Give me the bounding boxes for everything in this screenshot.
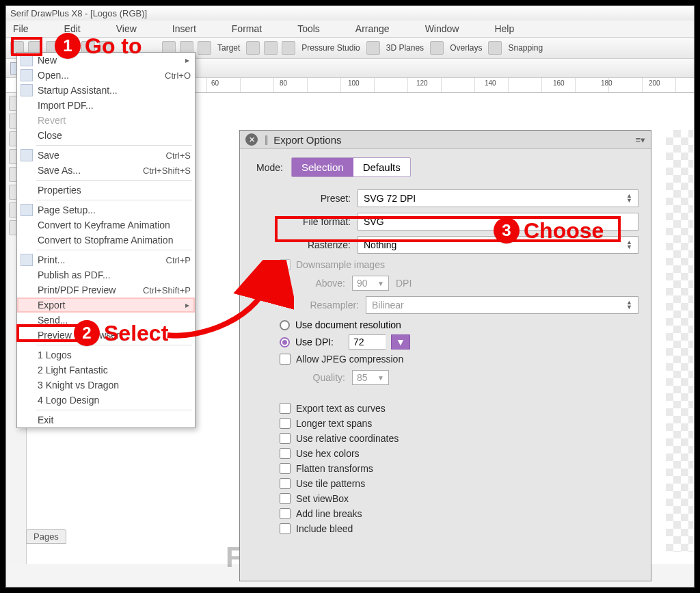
menu-item-label: Send... (38, 315, 68, 326)
quality-label: Quality: (304, 372, 345, 383)
ruler-tick: 120 (416, 79, 428, 87)
file-menu-item[interactable]: SaveCtrl+S (17, 148, 195, 163)
file-menu-item[interactable]: Import PDF... (17, 98, 195, 113)
menu-tools[interactable]: Tools (273, 22, 325, 36)
toolbar-snapping[interactable]: Snapping (506, 43, 545, 53)
annotation-arrow (157, 260, 294, 356)
menu-format[interactable]: Format (207, 22, 267, 36)
mode-selection[interactable]: Selection (292, 158, 353, 176)
file-menu-item[interactable]: Convert to Keyframe Animation (17, 218, 195, 233)
dpi-dropdown[interactable]: ▼ (391, 334, 410, 350)
dialog-titlebar[interactable]: ✕ || Export Options ≡▾ (240, 131, 651, 149)
annotation-1: 1 Go to (55, 33, 142, 59)
menu-arrange[interactable]: Arrange (331, 22, 395, 36)
flatten-checkbox[interactable]: Flatten transforms (280, 463, 638, 474)
menu-item-label: Print/PDF Preview (38, 285, 116, 295)
above-label: Above: (304, 278, 345, 289)
menu-insert[interactable]: Insert (148, 22, 202, 36)
ruler-tick: 160 (553, 79, 565, 87)
tile-patterns-checkbox[interactable]: Use tile patterns (280, 478, 638, 489)
file-menu-item[interactable]: Properties (17, 183, 195, 198)
menu-item-label: Exit (38, 414, 53, 425)
toolbar-icon[interactable] (198, 41, 211, 55)
pages-tab[interactable]: Pages (26, 529, 66, 544)
close-icon[interactable]: ✕ (245, 133, 258, 146)
toolbar-icon[interactable] (246, 41, 260, 55)
file-menu-item[interactable]: 4 Logo Design (17, 393, 195, 408)
mode-label: Mode: (256, 162, 283, 173)
preset-value: SVG 72 DPI (364, 193, 416, 204)
toolbar-icon[interactable] (282, 41, 295, 55)
dialog-menu-icon[interactable]: ≡▾ (635, 135, 645, 145)
menu-help[interactable]: Help (470, 22, 520, 36)
menu-item-icon (21, 149, 33, 161)
menu-item-label: Revert (38, 115, 66, 126)
menu-item-label: Save As... (38, 165, 81, 176)
file-menu-item[interactable]: Save As...Ctrl+Shift+S (17, 163, 195, 178)
text-curves-checkbox[interactable]: Export text as curves (280, 403, 638, 414)
ruler-tick: 60 (211, 79, 219, 87)
ruler-tick: 140 (485, 79, 496, 87)
menu-item-label: Open... (38, 70, 69, 81)
menu-item-icon (21, 204, 33, 216)
menu-window[interactable]: Window (401, 22, 465, 36)
toolbar-3dplanes[interactable]: 3D Planes (384, 43, 426, 53)
toolbar-overlays[interactable]: Overlays (448, 43, 484, 53)
menu-item-label: 2 Light Fantastic (38, 365, 108, 375)
file-menu-item[interactable]: Convert to Stopframe Animation (17, 233, 195, 248)
file-menu-item[interactable]: 2 Light Fantastic (17, 363, 195, 378)
toolbar-icon[interactable] (430, 41, 444, 55)
menu-item-label: New (38, 55, 57, 66)
menu-item-label: 4 Logo Design (38, 395, 99, 406)
file-menu-item[interactable]: Open...Ctrl+O (17, 68, 195, 83)
mode-segmented: Selection Defaults (291, 157, 411, 177)
file-menu-item[interactable]: Page Setup... (17, 202, 195, 218)
file-menu-item[interactable]: Close (17, 128, 195, 143)
linebreaks-checkbox[interactable]: Add line breaks (280, 508, 638, 519)
export-options-dialog: ✕ || Export Options ≡▾ Mode: Selection D… (239, 130, 651, 581)
resampler-label: Resampler: (304, 300, 359, 311)
file-menu-item: Revert (17, 113, 195, 128)
dpi-input[interactable]: 72 (349, 334, 386, 350)
toolbar-target[interactable]: Target (215, 43, 242, 53)
annotation-3-badge: 3 (494, 218, 520, 243)
use-doc-res-radio[interactable]: Use document resolution (280, 319, 638, 330)
rasterize-value: Nothing (364, 239, 396, 250)
annotation-1-badge: 1 (55, 33, 81, 59)
file-menu-item[interactable]: Startup Assistant... (17, 83, 195, 98)
rasterize-label: Rasterize: (277, 239, 351, 250)
annotation-2-text: Select (104, 321, 168, 346)
mode-defaults[interactable]: Defaults (353, 158, 410, 176)
menu-item-label: 3 Knight vs Dragon (38, 380, 119, 391)
menu-item-shortcut: Ctrl+Shift+S (143, 166, 191, 176)
toolbar-icon[interactable] (488, 41, 502, 55)
preset-label: Preset: (277, 193, 351, 204)
hex-colors-checkbox[interactable]: Use hex colors (280, 448, 638, 459)
menu-item-label: Print... (38, 254, 65, 265)
menu-file[interactable]: File (9, 22, 34, 36)
title-bar: Serif DrawPlus X8 - [Logos (RGB)] (6, 6, 694, 21)
resampler-select: Bilinear▲▼ (366, 296, 638, 314)
menu-item-label: Export (38, 300, 65, 311)
downsample-checkbox[interactable]: Downsample images (280, 259, 638, 270)
bleed-checkbox[interactable]: Include bleed (280, 523, 638, 534)
viewbox-checkbox[interactable]: Set viewBox (280, 493, 638, 504)
toolbar-icon[interactable] (366, 41, 380, 55)
use-dpi-radio[interactable]: Use DPI: 72 ▼ (280, 334, 638, 350)
menu-item-label: Import PDF... (38, 100, 94, 111)
file-menu-item[interactable]: Exit (17, 412, 195, 427)
file-menu-item[interactable]: 3 Knight vs Dragon (17, 378, 195, 393)
allow-jpeg-checkbox[interactable]: Allow JPEG compression (280, 354, 638, 365)
drag-handle-icon[interactable]: || (265, 134, 267, 145)
rel-coords-checkbox[interactable]: Use relative coordinates (280, 433, 638, 444)
menu-item-label: Save (38, 150, 59, 161)
preset-select[interactable]: SVG 72 DPI ▲▼ (358, 189, 638, 207)
annotation-2: 2 Select (74, 320, 168, 346)
toolbar-icon[interactable] (264, 41, 278, 55)
longer-spans-checkbox[interactable]: Longer text spans (280, 418, 638, 429)
dpi-suffix: DPI (396, 278, 412, 289)
toolbar-pressure[interactable]: Pressure Studio (299, 43, 362, 53)
menu-item-shortcut: Ctrl+S (166, 150, 191, 161)
ruler-tick: 80 (280, 79, 287, 87)
format-value: SVG (364, 216, 384, 227)
